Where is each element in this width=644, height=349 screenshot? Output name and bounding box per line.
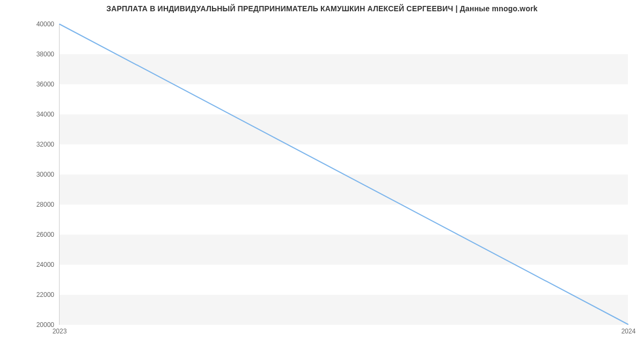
y-tick-label: 28000 bbox=[36, 201, 60, 208]
x-tick-label: 2024 bbox=[621, 324, 636, 335]
y-tick-label: 30000 bbox=[36, 171, 60, 178]
y-tick-label: 40000 bbox=[36, 20, 60, 28]
y-tick-label: 26000 bbox=[36, 231, 60, 238]
series-line bbox=[60, 24, 628, 324]
y-tick-label: 32000 bbox=[36, 141, 60, 148]
salary-chart: ЗАРПЛАТА В ИНДИВИДУАЛЬНЫЙ ПРЕДПРИНИМАТЕЛ… bbox=[0, 0, 644, 349]
y-tick-label: 34000 bbox=[36, 111, 60, 118]
line-svg bbox=[60, 24, 628, 324]
x-tick-label: 2023 bbox=[53, 324, 67, 335]
y-tick-label: 38000 bbox=[36, 50, 60, 58]
y-tick-label: 36000 bbox=[36, 81, 60, 88]
chart-title: ЗАРПЛАТА В ИНДИВИДУАЛЬНЫЙ ПРЕДПРИНИМАТЕЛ… bbox=[0, 4, 644, 13]
y-tick-label: 22000 bbox=[36, 291, 60, 299]
plot-area: 2000022000240002600028000300003200034000… bbox=[59, 24, 628, 325]
y-tick-label: 24000 bbox=[36, 261, 60, 268]
